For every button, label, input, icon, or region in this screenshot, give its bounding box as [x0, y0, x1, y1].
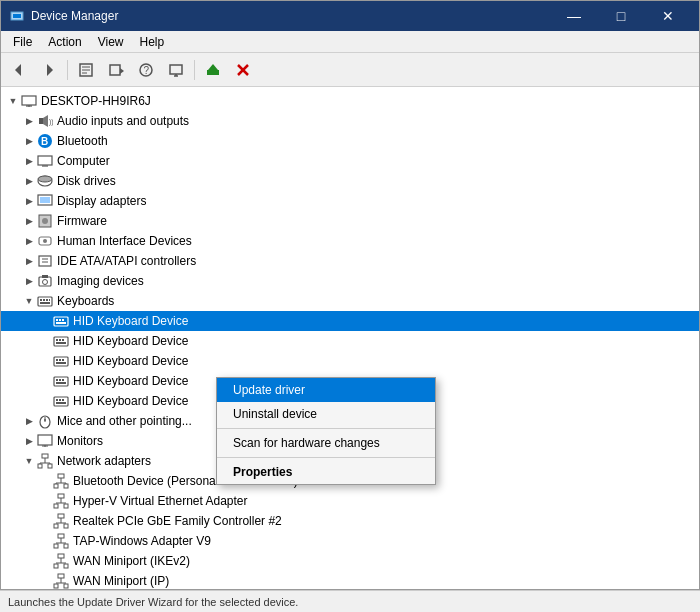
close-button[interactable]: ✕ [645, 1, 691, 31]
menu-action[interactable]: Action [40, 33, 89, 51]
ctx-update-driver[interactable]: Update driver [217, 378, 435, 402]
svg-rect-95 [54, 504, 58, 508]
uninstall-button[interactable] [229, 57, 257, 83]
svg-point-41 [43, 280, 48, 285]
ctx-scan-hardware[interactable]: Scan for hardware changes [217, 431, 435, 455]
list-item[interactable]: ▶ B Bluetooth [1, 131, 699, 151]
svg-rect-46 [46, 299, 48, 301]
wan1-icon [53, 553, 69, 569]
svg-rect-111 [64, 564, 68, 568]
ctx-uninstall-device[interactable]: Uninstall device [217, 402, 435, 426]
svg-rect-109 [58, 554, 64, 558]
bt-net-icon [53, 473, 69, 489]
list-item[interactable]: HID Keyboard Device [1, 351, 699, 371]
expand-hid-kb4[interactable] [37, 373, 53, 389]
update-driver-button[interactable] [199, 57, 227, 83]
svg-rect-22 [39, 118, 43, 124]
menu-view[interactable]: View [90, 33, 132, 51]
svg-rect-54 [54, 337, 68, 346]
list-item[interactable]: ▶ )) Audio inputs and outputs [1, 111, 699, 131]
svg-rect-88 [54, 484, 58, 488]
device-tree[interactable]: ▼ DESKTOP-HH9IR6J ▶ [1, 87, 699, 589]
expand-keyboards[interactable]: ▼ [21, 293, 37, 309]
list-item[interactable]: Realtek PCIe GbE Family Controller #2 [1, 511, 699, 531]
hid-kb-icon-3 [53, 353, 69, 369]
hid-kb-label-1: HID Keyboard Device [73, 314, 188, 328]
hid-kb-label-3: HID Keyboard Device [73, 354, 188, 368]
ide-icon [37, 253, 53, 269]
list-item[interactable]: ▼ Keyboards [1, 291, 699, 311]
menu-file[interactable]: File [5, 33, 40, 51]
help-button[interactable]: ? [132, 57, 160, 83]
expand-hid[interactable]: ▶ [21, 233, 37, 249]
tap-label: TAP-Windows Adapter V9 [73, 534, 211, 548]
scan-button[interactable] [102, 57, 130, 83]
expand-hid-kb2[interactable] [37, 333, 53, 349]
expand-network[interactable]: ▼ [21, 453, 37, 469]
list-item[interactable]: ▶ Display adapters [1, 191, 699, 211]
imaging-label: Imaging devices [57, 274, 144, 288]
expand-bluetooth[interactable]: ▶ [21, 133, 37, 149]
list-item[interactable]: TAP-Windows Adapter V9 [1, 531, 699, 551]
hid-kb-icon-1 [53, 313, 69, 329]
expand-tap[interactable] [37, 533, 53, 549]
expand-wan2[interactable] [37, 573, 53, 589]
minimize-button[interactable]: — [551, 1, 597, 31]
list-item[interactable]: ▶ Firmware [1, 211, 699, 231]
hid-kb-icon-2 [53, 333, 69, 349]
list-item[interactable]: HID Keyboard Device [1, 331, 699, 351]
expand-monitors[interactable]: ▶ [21, 433, 37, 449]
list-item[interactable]: ▶ Human Interface Devices [1, 231, 699, 251]
toolbar-sep-2 [194, 60, 195, 80]
expand-computer[interactable]: ▶ [21, 153, 37, 169]
list-item[interactable]: WAN Miniport (IKEv2) [1, 551, 699, 571]
expand-display[interactable]: ▶ [21, 193, 37, 209]
realtek-icon [53, 513, 69, 529]
svg-rect-1 [13, 14, 21, 18]
firmware-icon [37, 213, 53, 229]
list-item[interactable]: HID Keyboard Device [1, 311, 699, 331]
maximize-button[interactable]: □ [598, 1, 644, 31]
svg-rect-87 [58, 474, 64, 478]
list-item[interactable]: ▶ Computer [1, 151, 699, 171]
forward-button[interactable] [35, 57, 63, 83]
list-item[interactable]: ▶ Disk drives [1, 171, 699, 191]
svg-rect-110 [54, 564, 58, 568]
svg-rect-63 [56, 362, 66, 364]
context-menu: Update driver Uninstall device Scan for … [216, 377, 436, 485]
expand-audio[interactable]: ▶ [21, 113, 37, 129]
svg-text:?: ? [144, 65, 150, 76]
back-button[interactable] [5, 57, 33, 83]
audio-label: Audio inputs and outputs [57, 114, 189, 128]
expand-root[interactable]: ▼ [5, 93, 21, 109]
ide-label: IDE ATA/ATAPI controllers [57, 254, 196, 268]
svg-rect-32 [40, 197, 50, 203]
ctx-properties[interactable]: Properties [217, 460, 435, 484]
list-item[interactable]: ▶ IDE ATA/ATAPI controllers [1, 251, 699, 271]
properties-button[interactable] [72, 57, 100, 83]
expand-mice[interactable]: ▶ [21, 413, 37, 429]
expand-bt-net[interactable] [37, 473, 53, 489]
expand-imaging[interactable]: ▶ [21, 273, 37, 289]
svg-rect-42 [42, 275, 48, 278]
expand-ide[interactable]: ▶ [21, 253, 37, 269]
menu-help[interactable]: Help [132, 33, 173, 51]
expand-hid-kb5[interactable] [37, 393, 53, 409]
expand-firmware[interactable]: ▶ [21, 213, 37, 229]
svg-rect-72 [62, 399, 64, 401]
expand-hyperv[interactable] [37, 493, 53, 509]
tree-root[interactable]: ▼ DESKTOP-HH9IR6J [1, 91, 699, 111]
list-item[interactable]: WAN Miniport (IP) [1, 571, 699, 589]
svg-rect-44 [40, 299, 42, 301]
expand-wan1[interactable] [37, 553, 53, 569]
ctx-sep-1 [217, 428, 435, 429]
window-title: Device Manager [31, 9, 551, 23]
list-item[interactable]: Hyper-V Virtual Ethernet Adapter [1, 491, 699, 511]
expand-hid-kb1[interactable] [37, 313, 53, 329]
list-item[interactable]: ▶ Imaging devices [1, 271, 699, 291]
expand-hid-kb3[interactable] [37, 353, 53, 369]
expand-realtek[interactable] [37, 513, 53, 529]
expand-disk[interactable]: ▶ [21, 173, 37, 189]
monitor-button[interactable] [162, 57, 190, 83]
svg-rect-51 [59, 319, 61, 321]
